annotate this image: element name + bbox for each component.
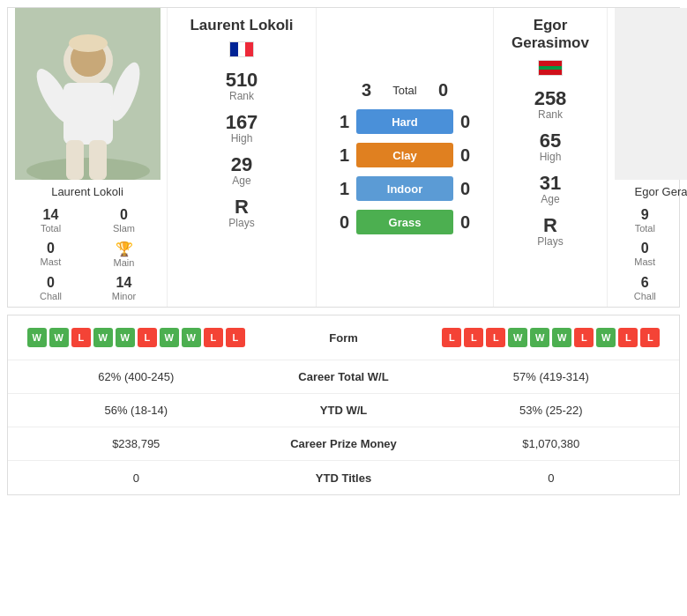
player-right-stats: 9 Total 0 Slam 0 Mast 🏆 Main 6 Chall (608, 202, 687, 307)
ytd-wl-row: 56% (18-14) YTD W/L 53% (25-22) (8, 394, 679, 427)
player-left-minor-cell: 14 Minor (88, 273, 160, 303)
hard-score-right: 0 (453, 112, 480, 132)
total-score-right: 0 (431, 80, 458, 100)
right-rank-row: 258 Rank (534, 89, 567, 121)
form-badge-l: L (618, 328, 638, 347)
left-rank-value: 510 (226, 71, 258, 90)
career-total-label: Career Total W/L (265, 370, 423, 383)
form-badge-l: L (204, 328, 223, 347)
form-label: Form (265, 331, 423, 345)
left-age-value: 29 (231, 155, 252, 174)
form-badges-left: WWLWWLWWLL (8, 315, 265, 360)
belarus-flag-icon (538, 60, 563, 76)
form-badge-w: W (596, 328, 616, 347)
player-right-mast: 0 (616, 241, 674, 256)
right-plays-label: Plays (537, 235, 563, 248)
main-container: Laurent Lokoli 14 Total 0 Slam 0 Mast 🏆 … (0, 7, 687, 495)
grass-score-right: 0 (453, 212, 480, 233)
left-high-row: 167 High (226, 113, 258, 145)
form-badge-l: L (574, 328, 594, 347)
indoor-score-left: 1 (330, 179, 356, 199)
player-left-total: 14 (17, 207, 85, 223)
player-right-mast-label: Mast (616, 256, 674, 267)
right-rank-label: Rank (534, 108, 567, 121)
player-left-flag (229, 38, 254, 58)
hard-score-row: 1 Hard 0 (317, 109, 493, 134)
player-right-mast-cell: 0 Mast (615, 239, 676, 270)
ytd-wl-label: YTD W/L (265, 404, 423, 417)
player-left-slam-label: Slam (90, 223, 158, 234)
player-right-trophy-cell: 🏆 Main (677, 239, 688, 270)
player-left-slam-cell: 0 Slam (88, 205, 160, 235)
svg-rect-10 (615, 8, 688, 180)
player-right-slam-label: Slam (679, 223, 688, 234)
player-left-minor: 14 (90, 275, 158, 291)
ytd-titles-row: 0 YTD Titles 0 (8, 461, 679, 494)
right-plays-row: R Plays (537, 216, 563, 248)
clay-score-row: 1 Clay 0 (317, 143, 493, 167)
svg-rect-7 (89, 140, 107, 180)
player-right-chall: 6 (616, 275, 674, 291)
player-left-total-cell: 14 Total (15, 205, 86, 235)
player-right-minor-cell: 3 Minor (677, 273, 688, 303)
player-right-column: Egor Gerasimov 9 Total 0 Slam 0 Mast 🏆 M… (608, 8, 687, 307)
form-badge-w: W (49, 328, 69, 347)
career-prize-label: Career Prize Money (265, 437, 423, 450)
player-right-total-label: Total (616, 223, 674, 234)
player-left-trophy-icon: 🏆 (116, 241, 133, 257)
player-right-minor: 3 (679, 275, 688, 291)
player-right-flag (538, 56, 563, 77)
grass-score-row: 0 Grass 0 (317, 210, 493, 234)
form-badge-w: W (116, 328, 135, 347)
player-left-name: Laurent Lokoli (48, 180, 127, 202)
indoor-surface-button[interactable]: Indoor (356, 176, 453, 201)
career-total-left: 62% (400-245) (8, 363, 265, 390)
center-stats-left: Laurent Lokoli 510 Rank 167 High 29 Age … (167, 8, 317, 307)
form-badge-w: W (508, 328, 527, 347)
player-left-photo (15, 8, 161, 180)
form-badge-l: L (71, 328, 91, 347)
player-left-total-label: Total (17, 223, 85, 234)
clay-surface-button[interactable]: Clay (356, 143, 453, 167)
left-rank-row: 510 Rank (226, 71, 258, 102)
form-badge-l: L (464, 328, 483, 347)
player-left-minor-label: Minor (90, 291, 158, 301)
total-score-left: 3 (352, 80, 378, 100)
left-age-label: Age (231, 174, 252, 187)
grass-score-left: 0 (330, 212, 356, 233)
form-badge-l: L (486, 328, 505, 347)
player-left-chall: 0 (17, 275, 85, 291)
player-left-chall-cell: 0 Chall (15, 273, 86, 303)
form-badge-l: L (226, 328, 245, 347)
ytd-wl-right: 53% (25-22) (423, 397, 680, 424)
form-badges-right-container: LLLWWWLWLL (434, 323, 669, 353)
clay-score-right: 0 (453, 145, 480, 166)
player-right-chall-label: Chall (616, 291, 674, 301)
player-left-trophy-cell: 🏆 Main (88, 239, 160, 270)
form-badge-w: W (27, 328, 47, 347)
player-right-slam-cell: 0 Slam (677, 205, 688, 235)
form-badge-l: L (640, 328, 660, 347)
left-rank-label: Rank (226, 90, 258, 102)
right-high-label: High (540, 151, 562, 163)
right-rank-value: 258 (534, 89, 567, 108)
score-section: 3 Total 0 1 Hard 0 1 Clay 0 1 Indoor 0 (317, 8, 493, 307)
form-badge-w: W (182, 328, 201, 347)
form-badge-w: W (552, 328, 571, 347)
svg-rect-6 (66, 140, 84, 180)
right-plays-value: R (537, 216, 563, 235)
player-right-total: 9 (616, 207, 674, 223)
right-high-value: 65 (540, 131, 562, 151)
hard-surface-button[interactable]: Hard (356, 109, 453, 134)
grass-surface-button[interactable]: Grass (356, 210, 453, 234)
player-left-slam: 0 (90, 207, 158, 223)
player-right-chall-cell: 6 Chall (615, 273, 676, 303)
career-total-row: 62% (400-245) Career Total W/L 57% (419-… (8, 360, 679, 394)
total-score-label: Total (378, 84, 431, 97)
form-badges-right: LLLWWWLWLL (423, 315, 680, 360)
indoor-score-row: 1 Indoor 0 (317, 176, 493, 201)
left-age-row: 29 Age (231, 155, 252, 187)
form-badge-w: W (160, 328, 179, 347)
left-plays-row: R Plays (228, 197, 254, 229)
svg-point-9 (69, 34, 108, 52)
